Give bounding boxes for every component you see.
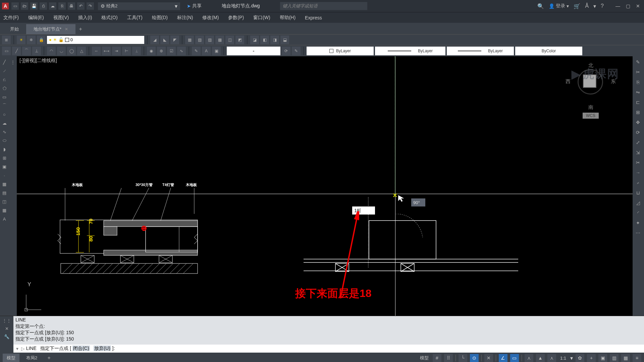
explode-tool-icon[interactable]: ✦ xyxy=(633,219,643,227)
wcs-label[interactable]: WCS xyxy=(583,113,599,119)
draw-tool-icon[interactable]: △ xyxy=(77,47,86,55)
offset-tool-icon[interactable]: ⊏ xyxy=(633,98,643,107)
layer-freeze-icon[interactable]: ❄ xyxy=(27,36,36,44)
close-icon[interactable]: ✕ xyxy=(65,27,68,32)
annoscale-icon[interactable]: ⋏ xyxy=(525,354,533,362)
menu-edit[interactable]: 编辑(E) xyxy=(28,15,44,21)
polyline-tool-icon[interactable]: ⎌ xyxy=(1,76,8,83)
search-icon[interactable]: 🔍 xyxy=(537,3,544,9)
ellipsearc-tool-icon[interactable]: ◗ xyxy=(1,145,8,153)
draw-tool-icon[interactable]: ◠ xyxy=(47,47,56,55)
layer-tool-icon[interactable]: ◤ xyxy=(170,36,179,44)
lineweight-selector[interactable]: ByLayer xyxy=(375,47,445,55)
layout-tab[interactable]: 布局2 xyxy=(22,354,41,362)
color-selector[interactable]: ByLayer xyxy=(307,47,374,55)
trim-tool-icon[interactable]: ✂ xyxy=(633,158,643,167)
close-button[interactable]: ✕ xyxy=(634,3,642,9)
status-model-label[interactable]: 模型 xyxy=(419,355,430,361)
undo-icon[interactable]: ↶ xyxy=(77,2,85,10)
menu-help[interactable]: 帮助(H) xyxy=(280,15,296,21)
otrack-toggle-icon[interactable]: ▭ xyxy=(510,354,519,362)
ortho-toggle-icon[interactable]: └ xyxy=(459,354,467,362)
menu-insert[interactable]: 插入(I) xyxy=(78,15,92,21)
menu-modify[interactable]: 修改(M) xyxy=(202,15,219,21)
snap-toggle-icon[interactable]: ⠿ xyxy=(444,354,453,362)
tab-active-doc[interactable]: 地台地灯节点* ✕ xyxy=(26,24,75,34)
annoscale-icon[interactable]: ⋏ xyxy=(547,354,556,362)
autodesk-icon[interactable]: Å xyxy=(585,3,589,9)
hwaccel-icon[interactable]: ▣ xyxy=(598,354,607,362)
gradient-tool-icon[interactable]: ▤ xyxy=(1,189,8,196)
dim-tool-icon[interactable]: ☑ xyxy=(167,47,176,55)
tab-start[interactable]: 开始 xyxy=(3,24,26,34)
cleanscreen-icon[interactable]: ▥ xyxy=(610,354,619,362)
dim-tool-icon[interactable]: ⟂ xyxy=(132,47,141,55)
dim-tool-icon[interactable]: ⊕ xyxy=(157,47,166,55)
dim-tool-icon[interactable]: ⊢ xyxy=(122,47,131,55)
layer-selector[interactable]: ● ☀ 🔓 0 xyxy=(47,36,144,44)
revcloud-tool-icon[interactable]: ☁ xyxy=(1,119,8,127)
menu-format[interactable]: 格式(O) xyxy=(101,15,117,21)
array-tool-icon[interactable]: ⊞ xyxy=(633,108,643,117)
save-icon[interactable]: 💾 xyxy=(30,2,38,10)
modify-tool-icon[interactable]: ✎ xyxy=(633,58,643,66)
xline-tool-icon[interactable]: ⟋ xyxy=(1,67,8,74)
dim-tool-icon[interactable]: ⟷ xyxy=(102,47,111,55)
linetype-style-input[interactable]: - xyxy=(227,47,280,55)
layer-tool-icon[interactable]: ◧ xyxy=(260,36,269,44)
fillet-tool-icon[interactable]: ◜ xyxy=(633,208,643,217)
viewcube-south[interactable]: 南 xyxy=(588,104,593,111)
menu-express[interactable]: Express xyxy=(305,15,322,20)
move-tool-icon[interactable]: ✥ xyxy=(633,118,643,127)
grid-toggle-icon[interactable]: # xyxy=(433,354,441,362)
share-button[interactable]: ➤ 共享 xyxy=(187,3,202,9)
dim-tool-icon[interactable]: ↔ xyxy=(92,47,101,55)
isolate-icon[interactable]: + xyxy=(587,354,596,362)
osnap-toggle-icon[interactable]: ∠ xyxy=(499,354,507,362)
polar-toggle-icon[interactable]: ⊙ xyxy=(470,354,479,362)
draw-tool-icon[interactable]: ◡ xyxy=(57,47,66,55)
isoplane-toggle-icon[interactable]: ✕ xyxy=(484,354,493,362)
chamfer-tool-icon[interactable]: ◿ xyxy=(633,198,643,207)
polygon-tool-icon[interactable]: ⬠ xyxy=(1,84,8,92)
region-tool-icon[interactable]: ◫ xyxy=(1,198,8,205)
line-tool-icon[interactable]: ╱ xyxy=(1,58,8,66)
insert-tool-icon[interactable]: ⊞ xyxy=(1,154,8,162)
tab-add-button[interactable]: + xyxy=(75,24,86,34)
layer-tool-icon[interactable]: ▨ xyxy=(205,36,214,44)
command-history[interactable]: LINE 指定第一个点: 指定下一点或 [放弃(U)]: 150 指定下一点或 … xyxy=(15,317,642,345)
text-tool-icon[interactable]: A xyxy=(1,215,8,223)
dim-tool-icon[interactable]: ▣ xyxy=(212,47,221,55)
model-tab[interactable]: 模型 xyxy=(3,354,19,362)
arc-tool-icon[interactable]: ⌒ xyxy=(1,102,8,109)
menu-view[interactable]: 视图(V) xyxy=(53,15,69,21)
layer-tool-icon[interactable]: ▩ xyxy=(215,36,224,44)
scale-tool-icon[interactable]: ⤢ xyxy=(633,138,643,147)
layer-lock-icon[interactable]: 🔒 xyxy=(37,36,46,44)
stretch-tool-icon[interactable]: ⇲ xyxy=(633,148,643,157)
layer-tool-icon[interactable]: ◩ xyxy=(235,36,244,44)
menu-draw[interactable]: 绘图(D) xyxy=(152,15,168,21)
ellipse-tool-icon[interactable]: ⬭ xyxy=(1,137,8,144)
minimize-button[interactable]: — xyxy=(614,3,622,9)
help-icon[interactable]: ? xyxy=(601,3,604,9)
webopen-icon[interactable]: ☁ xyxy=(49,2,56,10)
dim-tool-icon[interactable]: ⟳ xyxy=(282,47,290,55)
menu-window[interactable]: 窗口(W) xyxy=(253,15,270,21)
draw-tool-icon[interactable]: ◯ xyxy=(67,47,76,55)
layer-tool-icon[interactable]: ◨ xyxy=(270,36,279,44)
cmd-close-icon[interactable]: ✕ xyxy=(3,325,10,332)
cmd-wrench-icon[interactable]: 🔧 xyxy=(3,333,10,340)
viewcube-west[interactable]: 西 xyxy=(566,78,571,85)
draw-tool-icon[interactable]: ▭ xyxy=(2,47,11,55)
redo-icon[interactable]: ↷ xyxy=(87,2,94,10)
plot-icon[interactable]: ⎘ xyxy=(58,2,66,10)
dim-tool-icon[interactable]: ⇥ xyxy=(112,47,121,55)
linetype-selector[interactable]: ByLayer xyxy=(447,47,514,55)
dim-tool-icon[interactable]: A xyxy=(202,47,211,55)
layer-tool-icon[interactable]: ◢ xyxy=(150,36,159,44)
cmd-option-undo[interactable]: 放弃(U) xyxy=(94,346,111,351)
dim-tool-icon[interactable]: ◉ xyxy=(147,47,156,55)
extend-tool-icon[interactable]: → xyxy=(633,168,643,177)
mirror-tool-icon[interactable]: ⇋ xyxy=(633,88,643,97)
